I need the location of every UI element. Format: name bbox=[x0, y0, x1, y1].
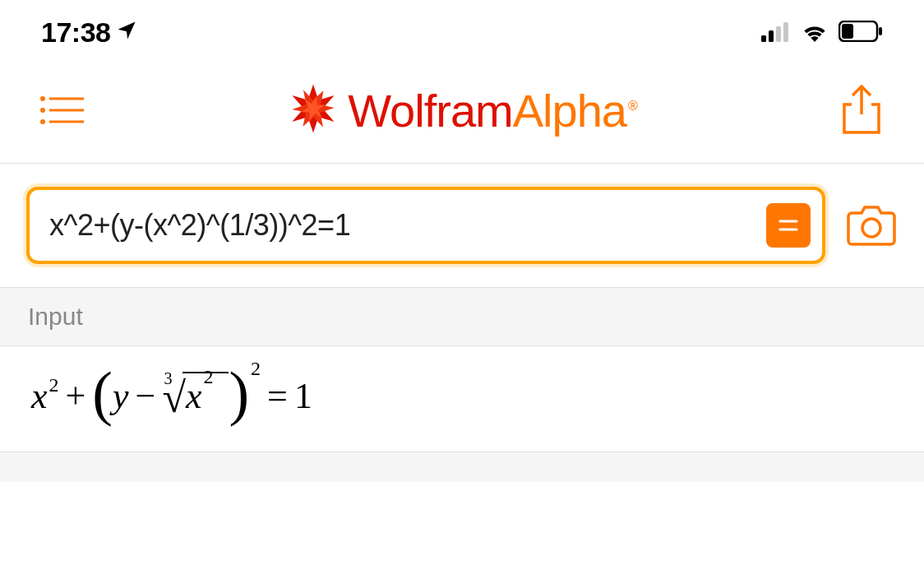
results-area: Input x2 + ( y − 3 √ x2 )2 = 1 bbox=[0, 287, 924, 482]
app-logo: WolframAlpha® bbox=[287, 82, 636, 138]
battery-icon bbox=[839, 16, 883, 49]
spikey-icon bbox=[287, 82, 340, 138]
svg-rect-3 bbox=[783, 22, 788, 42]
input-section-content: x2 + ( y − 3 √ x2 )2 = 1 bbox=[0, 346, 924, 452]
search-area: x^2+(y-(x^2)^(1/3))^2=1 bbox=[0, 164, 924, 287]
next-section-header-partial bbox=[0, 452, 924, 482]
search-input[interactable]: x^2+(y-(x^2)^(1/3))^2=1 bbox=[49, 197, 766, 254]
svg-point-11 bbox=[40, 119, 45, 124]
app-header: WolframAlpha® bbox=[0, 62, 924, 164]
logo-wolfram: Wolfram bbox=[348, 85, 512, 137]
cellular-icon bbox=[761, 16, 791, 49]
menu-button[interactable] bbox=[39, 87, 85, 133]
svg-rect-2 bbox=[776, 26, 781, 42]
search-box[interactable]: x^2+(y-(x^2)^(1/3))^2=1 bbox=[26, 187, 825, 264]
logo-alpha: Alpha bbox=[513, 85, 626, 137]
compute-button[interactable] bbox=[766, 203, 811, 248]
svg-point-18 bbox=[862, 219, 880, 237]
logo-text: WolframAlpha® bbox=[348, 84, 636, 137]
camera-button[interactable] bbox=[845, 203, 898, 248]
input-equation: x2 + ( y − 3 √ x2 )2 = 1 bbox=[31, 366, 893, 427]
wifi-icon bbox=[801, 16, 829, 49]
share-button[interactable] bbox=[839, 87, 885, 133]
logo-registered: ® bbox=[628, 99, 637, 113]
status-bar-right bbox=[761, 16, 883, 49]
location-icon bbox=[115, 16, 138, 49]
input-section-header: Input bbox=[0, 288, 924, 346]
status-bar-left: 17:38 bbox=[41, 16, 138, 49]
status-time: 17:38 bbox=[41, 16, 110, 49]
svg-rect-5 bbox=[842, 24, 853, 39]
status-bar: 17:38 bbox=[0, 0, 924, 62]
svg-rect-1 bbox=[769, 30, 774, 42]
svg-rect-6 bbox=[879, 27, 882, 35]
svg-point-9 bbox=[40, 108, 45, 113]
svg-point-7 bbox=[40, 96, 45, 101]
svg-rect-0 bbox=[761, 35, 766, 42]
